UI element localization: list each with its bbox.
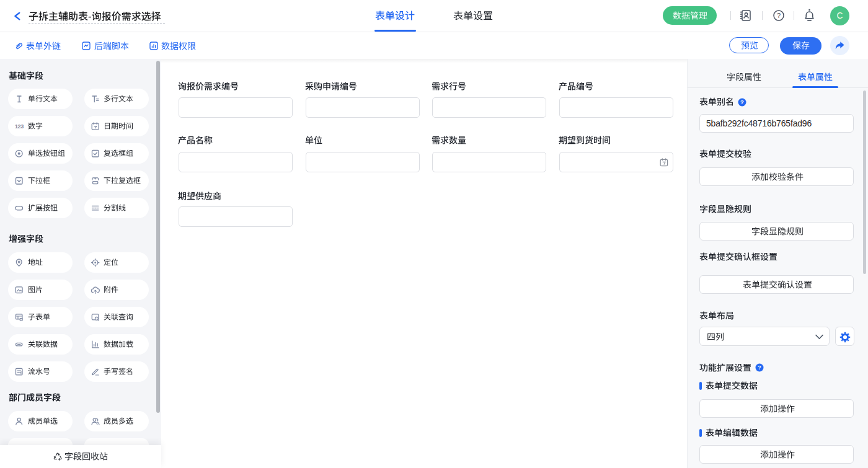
svg-text:?: ? xyxy=(776,12,780,19)
svg-text:?: ? xyxy=(740,99,744,105)
svg-text:123: 123 xyxy=(15,123,24,130)
svg-text:?: ? xyxy=(758,364,761,371)
